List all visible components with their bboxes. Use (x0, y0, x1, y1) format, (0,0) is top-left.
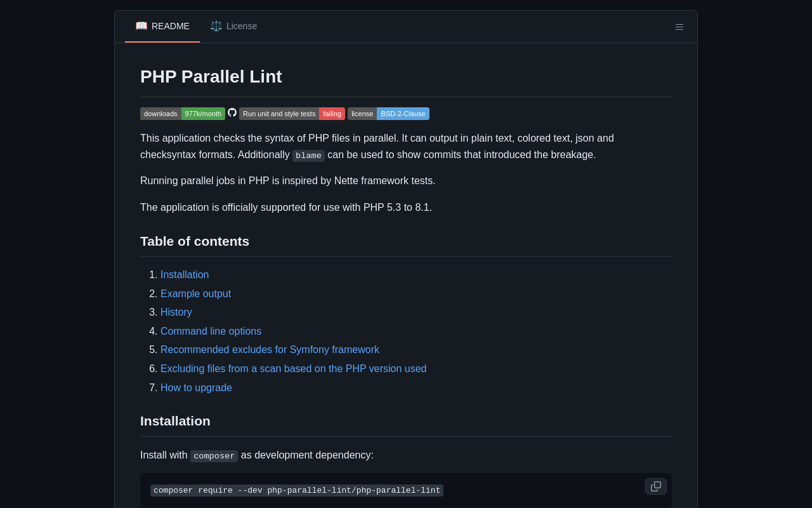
install-after: as development dependency: (238, 450, 373, 460)
description-p2: Running parallel jobs in PHP is inspired… (140, 173, 672, 189)
list-item: How to upgrade (160, 380, 672, 396)
toc-link-recommended-excludes[interactable]: Recommended excludes for Symfony framewo… (160, 344, 379, 355)
toc-button[interactable] (672, 19, 687, 34)
tab-bar: 📖 README ⚖️ License (115, 11, 697, 43)
badge-tests-value: failing (319, 107, 345, 120)
toc-heading: Table of contents (140, 231, 672, 257)
list-item: Installation (160, 267, 672, 283)
badge-license-label: license (348, 107, 377, 120)
toc-link-installation[interactable]: Installation (160, 269, 209, 280)
code-block-content: composer require --dev php-parallel-lint… (150, 485, 443, 497)
badges-container: downloads 977k/month Run unit and style … (140, 107, 672, 120)
tab-license-label: License (226, 20, 257, 33)
tabs-left: 📖 README ⚖️ License (125, 11, 267, 43)
scale-icon: ⚖️ (210, 18, 223, 34)
install-before: Install with (140, 450, 190, 460)
blame-code: blame (292, 150, 325, 162)
page-wrapper: 📖 README ⚖️ License PHP Parallel Lint (0, 0, 812, 508)
desc-p1-after: can be used to show commits that introdu… (325, 149, 596, 160)
toc-link-how-to-upgrade[interactable]: How to upgrade (160, 382, 232, 393)
copy-icon (651, 481, 661, 491)
badge-license-value: BSD-2-Clause (377, 107, 429, 120)
list-item: Recommended excludes for Symfony framewo… (160, 342, 672, 358)
badge-downloads: downloads 977k/month (140, 107, 225, 120)
installation-heading: Installation (140, 411, 672, 437)
toc-link-command-line-options[interactable]: Command line options (160, 326, 261, 337)
list-item: Command line options (160, 323, 672, 340)
toc-link-history[interactable]: History (160, 307, 192, 318)
page-title: PHP Parallel Lint (140, 64, 672, 97)
installation-intro: Install with composer as development dep… (140, 447, 672, 464)
badge-downloads-label: downloads (140, 107, 181, 120)
toc-link-example-output[interactable]: Example output (160, 288, 231, 299)
description-p3: The application is officially supported … (140, 199, 672, 216)
tab-readme[interactable]: 📖 README (125, 11, 200, 43)
content-area: 📖 README ⚖️ License PHP Parallel Lint (114, 10, 698, 508)
badge-license: license BSD-2-Clause (348, 107, 429, 120)
list-item: Excluding files from a scan based on the… (160, 361, 672, 377)
description-p1: This application checks the syntax of PH… (140, 130, 672, 163)
copy-button[interactable] (645, 478, 667, 495)
badge-tests: Run unit and style tests failing (228, 107, 345, 120)
github-icon (228, 107, 237, 120)
readme-body: PHP Parallel Lint downloads 977k/month R… (115, 43, 697, 508)
list-item: Example output (160, 286, 672, 302)
badge-tests-label: Run unit and style tests (239, 107, 319, 120)
code-block: composer require --dev php-parallel-lint… (140, 473, 672, 507)
toc-link-excluding-files[interactable]: Excluding files from a scan based on the… (160, 363, 427, 374)
badge-downloads-value: 977k/month (181, 107, 225, 120)
toc-icon (674, 22, 684, 32)
tab-license[interactable]: ⚖️ License (200, 11, 267, 43)
tab-readme-label: README (152, 20, 190, 33)
composer-code-inline: composer (190, 450, 238, 462)
book-icon: 📖 (135, 18, 148, 34)
toc-list: Installation Example output History Comm… (140, 267, 672, 396)
list-item: History (160, 304, 672, 321)
